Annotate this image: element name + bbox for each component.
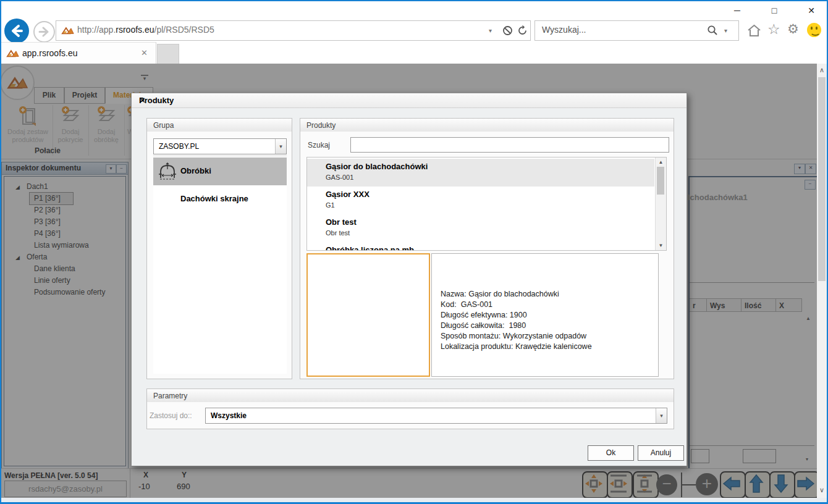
detail-line: Nazwa: Gąsior do blachodachówki bbox=[441, 290, 559, 298]
detail-line: Długość efektywna: 1900 bbox=[441, 311, 527, 319]
product-details-box: Nazwa: Gąsior do blachodachówki Kod: GAS… bbox=[431, 253, 659, 377]
close-button[interactable]: ✕ bbox=[797, 4, 826, 17]
product-list-scrollbar[interactable]: ▲ ▼ bbox=[655, 158, 666, 250]
apply-to-dropdown[interactable]: Wszystkie ▾ bbox=[205, 408, 667, 424]
product-name: Obróbka liczona na mb bbox=[326, 245, 414, 251]
group-item-label: Dachówki skrajne bbox=[180, 194, 248, 203]
minimize-button[interactable]: ─ bbox=[723, 4, 751, 17]
group-item-dachowki-skrajne[interactable]: Dachówki skrajne bbox=[153, 185, 287, 213]
dialog-title-bar[interactable]: Produkty ✕ bbox=[132, 93, 686, 108]
home-icon[interactable] bbox=[746, 23, 762, 38]
group-dropdown[interactable]: ZASOBY.PL ▾ bbox=[153, 138, 287, 154]
search-label: Szukaj bbox=[308, 141, 330, 149]
browser-tab[interactable]: app.rsroofs.eu ✕ bbox=[1, 42, 156, 64]
forward-button[interactable] bbox=[33, 21, 55, 43]
navigation-bar: http://app.rsroofs.eu/pl/RSD5/RSD5 ▾ Wys… bbox=[1, 19, 827, 42]
apply-to-label: Zastosuj do:: bbox=[150, 411, 192, 420]
product-code: GAS-001 bbox=[326, 174, 353, 181]
product-code: G1 bbox=[326, 201, 335, 209]
product-name: Gąsior do blachodachówki bbox=[326, 162, 428, 171]
group-item-label: Obróbki bbox=[180, 166, 211, 175]
parameters-header: Parametry bbox=[146, 388, 674, 403]
products-panel-body: Szukaj Gąsior do blachodachówki GAS-001 … bbox=[300, 132, 674, 379]
product-item-obrobka-mb[interactable]: Obróbka liczona na mb bbox=[307, 242, 654, 251]
search-dropdown-icon[interactable]: ▾ bbox=[724, 27, 727, 34]
url-dropdown-icon[interactable]: ▾ bbox=[489, 27, 492, 34]
products-panel-header: Produkty bbox=[300, 118, 674, 132]
group-dropdown-arrow-icon[interactable]: ▾ bbox=[275, 139, 286, 154]
address-bar[interactable]: http://app.rsroofs.eu/pl/RSD5/RSD5 ▾ bbox=[56, 20, 531, 41]
product-item-obr-test[interactable]: Obr test Obr test bbox=[307, 214, 654, 242]
search-placeholder: Wyszukaj... bbox=[542, 25, 586, 35]
apply-to-dropdown-arrow-icon[interactable]: ▾ bbox=[656, 408, 667, 423]
maximize-button[interactable]: □ bbox=[760, 4, 788, 17]
scrollbar-down-icon[interactable]: ∨ bbox=[817, 486, 827, 494]
list-scroll-thumb[interactable] bbox=[657, 167, 664, 195]
group-panel-body: ZASOBY.PL ▾ Obróbki Dachówki skrajne bbox=[146, 132, 292, 379]
list-scroll-up-icon[interactable]: ▲ bbox=[656, 159, 666, 165]
back-button[interactable] bbox=[4, 19, 29, 43]
tab-favicon bbox=[6, 49, 20, 58]
scrollbar-up-icon[interactable]: ∧ bbox=[817, 66, 827, 74]
new-tab-button[interactable] bbox=[157, 44, 179, 65]
product-item-gasior-blachodachowki[interactable]: Gąsior do blachodachówki GAS-001 bbox=[307, 159, 654, 187]
refresh-icon[interactable] bbox=[517, 25, 528, 36]
product-image-box bbox=[306, 253, 430, 377]
parameters-body: Zastosuj do:: Wszystkie ▾ bbox=[146, 402, 674, 429]
group-panel-header: Grupa bbox=[146, 118, 292, 132]
tab-close-icon[interactable]: ✕ bbox=[141, 48, 148, 57]
stop-icon[interactable] bbox=[502, 25, 513, 36]
list-scroll-down-icon[interactable]: ▼ bbox=[656, 243, 666, 248]
title-bar: ─ □ ✕ bbox=[1, 1, 827, 19]
detail-line: Kod: GAS-001 bbox=[441, 300, 492, 309]
detail-line: Lokalizacja produktu: Krawędzie kalenico… bbox=[441, 342, 592, 351]
product-code: Obr test bbox=[326, 229, 350, 237]
favorites-star-icon[interactable]: ☆ bbox=[767, 21, 780, 38]
detail-line: Sposób montażu: Wykorzystanie odpadów bbox=[441, 332, 586, 340]
search-box[interactable]: Wyszukaj... ▾ bbox=[534, 20, 739, 41]
apply-to-value: Wszystkie bbox=[211, 411, 247, 420]
detail-line: Długość całkowita: 1980 bbox=[441, 321, 526, 330]
products-dialog: Produkty ✕ Grupa ZASOBY.PL ▾ Ob bbox=[131, 93, 687, 466]
settings-gear-icon[interactable]: ⚙ bbox=[787, 22, 799, 36]
product-name: Obr test bbox=[326, 217, 357, 227]
url-text: http://app.rsroofs.eu/pl/RSD5/RSD5 bbox=[77, 25, 214, 35]
product-name: Gąsior XXX bbox=[326, 190, 370, 199]
group-list: Obróbki Dachówki skrajne bbox=[153, 156, 287, 374]
product-item-gasior-xxx[interactable]: Gąsior XXX G1 bbox=[307, 187, 654, 214]
group-item-obrobki[interactable]: Obróbki bbox=[153, 158, 287, 185]
ok-button[interactable]: Ok bbox=[588, 445, 634, 461]
ridge-cap-icon bbox=[157, 162, 178, 182]
cancel-button[interactable]: Anuluj bbox=[638, 445, 684, 461]
tab-title: app.rsroofs.eu bbox=[22, 48, 78, 58]
site-favicon bbox=[61, 26, 75, 35]
product-list: Gąsior do blachodachówki GAS-001 Gąsior … bbox=[306, 157, 667, 251]
group-dropdown-value: ZASOBY.PL bbox=[159, 142, 199, 151]
tab-bar: app.rsroofs.eu ✕ bbox=[1, 42, 827, 64]
browser-window: ─ □ ✕ http://app.rsroofs.eu/pl/RSD5/RSD5… bbox=[0, 0, 828, 504]
feedback-smiley-icon[interactable] bbox=[807, 23, 821, 37]
search-icon[interactable] bbox=[707, 25, 718, 36]
scrollbar-thumb[interactable] bbox=[818, 77, 826, 281]
forward-arrow-icon bbox=[35, 22, 54, 41]
product-search-input[interactable] bbox=[350, 137, 669, 153]
back-arrow-icon bbox=[4, 19, 29, 43]
page-scrollbar[interactable]: ∧ ∨ bbox=[817, 64, 827, 498]
dialog-close-icon[interactable]: ✕ bbox=[139, 96, 145, 105]
